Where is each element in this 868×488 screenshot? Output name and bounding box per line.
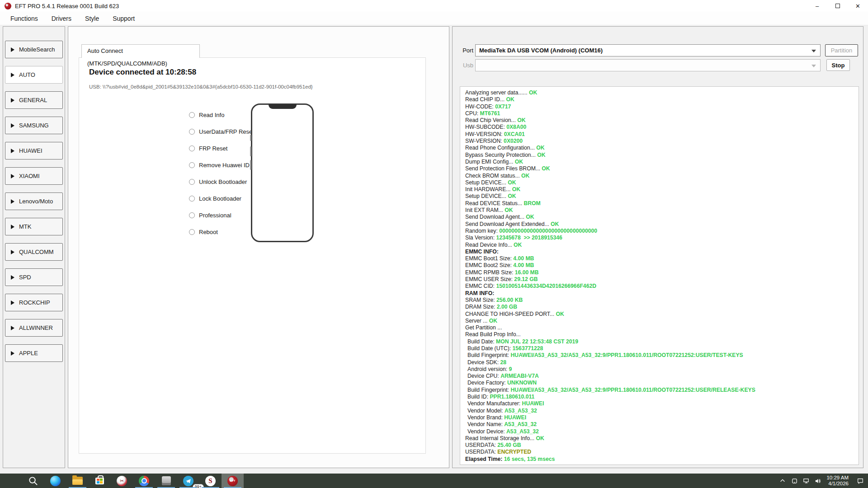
usb-device-path: USB: \\?\usb#vid_0e8d&pid_2001#5&39132e1… — [89, 84, 313, 89]
log-line: Random key: 0000000000000000000000000000… — [465, 228, 855, 235]
taskbar-search[interactable] — [22, 474, 44, 488]
log-line: Build ID: PPR1.180610.011 — [465, 394, 855, 400]
tray-volume-icon[interactable] — [812, 474, 824, 488]
sidebar-item-apple[interactable]: APPLE — [5, 344, 63, 362]
tray-device-icon[interactable] — [788, 474, 800, 488]
log-line: Send Protection Files BROM... OK — [465, 165, 855, 172]
port-label: Port — [458, 44, 473, 56]
maximize-button[interactable] — [827, 0, 848, 12]
usb-combobox[interactable] — [475, 59, 821, 71]
option-frp-reset[interactable]: FRP Reset — [189, 140, 254, 157]
hidden-icons-chevron[interactable] — [777, 474, 788, 488]
expand-arrow-icon — [11, 199, 14, 204]
start-button[interactable] — [0, 474, 22, 488]
action-center-button[interactable] — [853, 474, 868, 488]
port-value: MediaTek DA USB VCOM (Android) (COM16) — [479, 47, 603, 54]
taskbar-s-tool[interactable]: S — [199, 474, 222, 488]
log-line: Device SDK: 28 — [465, 359, 855, 366]
radio-icon[interactable] — [189, 212, 195, 218]
notification-icon — [857, 477, 864, 484]
radio-icon[interactable] — [189, 179, 195, 185]
close-button[interactable]: ✕ — [848, 0, 868, 12]
chevron-down-icon — [811, 65, 816, 67]
log-line: EMMC INFO: — [465, 249, 855, 255]
tab-auto-connect[interactable]: Auto Connect (MTK/SPD/QUALCOMM/ADB) — [81, 44, 200, 58]
taskbar-telegram[interactable]: 99+ — [177, 474, 199, 488]
log-line: Device CPU: ARMEABI-V7A — [465, 373, 855, 380]
sidebar-item-qualcomm[interactable]: QUALCOMM — [5, 243, 63, 261]
taskbar-file-explorer[interactable] — [66, 474, 89, 488]
device-box-icon — [162, 476, 171, 485]
option-userdata-frp-reset[interactable]: UserData/FRP Reset — [189, 123, 254, 140]
expand-arrow-icon — [11, 73, 14, 77]
sidebar-item-label: XIAOMI — [19, 173, 40, 179]
log-line: Read Phone Configuration... OK — [465, 145, 855, 151]
log-line: Dump EMI Config... OK — [465, 159, 855, 165]
taskbar-red-utility[interactable]: ✂ — [111, 474, 133, 488]
radio-icon[interactable] — [189, 229, 195, 235]
log-line: Android version: 9 — [465, 366, 855, 373]
taskbar-microsoft-store[interactable] — [89, 474, 111, 488]
tray-network-icon[interactable] — [800, 474, 812, 488]
menu-drivers[interactable]: Drivers — [45, 12, 78, 25]
sidebar-item-general[interactable]: GENERAL — [5, 91, 63, 109]
menu-functions[interactable]: Functions — [4, 12, 45, 25]
sidebar-item-xiaomi[interactable]: XIAOMI — [5, 167, 63, 185]
radio-icon[interactable] — [189, 129, 195, 135]
log-line: Get Partition ... — [465, 324, 855, 331]
radio-icon[interactable] — [189, 145, 195, 151]
sidebar-item-spd[interactable]: SPD — [5, 268, 63, 286]
search-icon — [28, 476, 38, 486]
expand-arrow-icon — [11, 47, 14, 52]
chrome-icon — [139, 476, 149, 486]
port-combobox[interactable]: MediaTek DA USB VCOM (Android) (COM16) — [475, 44, 821, 56]
option-label: UserData/FRP Reset — [199, 128, 254, 135]
sidebar-item-label: ALLWINNER — [19, 324, 53, 331]
sidebar-item-label: HUAWEI — [19, 147, 42, 154]
radio-icon[interactable] — [189, 112, 195, 118]
app-icon — [5, 3, 11, 9]
expand-arrow-icon — [11, 174, 14, 178]
operation-log: Analyzing server data...... OKRead CHIP … — [460, 86, 859, 465]
option-unlock-bootloader[interactable]: Unlock Bootloader — [189, 174, 254, 190]
option-label: Unlock Bootloader — [199, 178, 247, 185]
eft-pro-icon: EFT — [227, 476, 238, 486]
taskbar-chrome[interactable] — [133, 474, 155, 488]
sidebar-item-huawei[interactable]: HUAWEI — [5, 142, 63, 160]
option-label: FRP Reset — [199, 145, 227, 152]
taskbar-eft-pro[interactable]: EFT — [222, 474, 244, 488]
radio-icon[interactable] — [189, 162, 195, 168]
menu-support[interactable]: Support — [106, 12, 142, 25]
minimize-button[interactable]: – — [807, 0, 827, 12]
app-content: MobileSearchAUTOGENERALSAMSUNGHUAWEIXIAO… — [0, 25, 868, 474]
sidebar-item-samsung[interactable]: SAMSUNG — [5, 117, 63, 134]
menubar: FunctionsDriversStyleSupport — [0, 12, 868, 25]
clock-date: 4/1/2026 — [826, 481, 849, 487]
option-professional[interactable]: Professional — [189, 207, 254, 224]
option-remove-huawei-id[interactable]: Remove Huawei ID — [189, 157, 254, 174]
red-utility-icon: ✂ — [117, 476, 127, 486]
radio-icon[interactable] — [189, 196, 195, 202]
log-line: Init EXT RAM... OK — [465, 207, 855, 214]
taskbar-clock[interactable]: 10:29 AM 4/1/2026 — [826, 475, 849, 487]
option-lock-bootloader[interactable]: Lock Bootloader — [189, 190, 254, 207]
option-reboot[interactable]: Reboot — [189, 224, 254, 240]
taskbar-device-tool[interactable] — [155, 474, 177, 488]
menu-style[interactable]: Style — [78, 12, 106, 25]
taskbar-edge[interactable] — [44, 474, 66, 488]
sidebar-item-auto[interactable]: AUTO — [5, 66, 63, 84]
sidebar-item-mtk[interactable]: MTK — [5, 218, 63, 235]
partition-button[interactable]: Partition — [825, 44, 858, 56]
sidebar-item-lenovo-moto[interactable]: Lenovo/Moto — [5, 192, 63, 210]
option-read-info[interactable]: Read Info — [189, 107, 254, 123]
connection-panel: Port MediaTek DA USB VCOM (Android) (COM… — [452, 26, 863, 468]
sidebar-item-allwinner[interactable]: ALLWINNER — [5, 319, 63, 337]
sidebar-item-label: SPD — [19, 274, 31, 281]
file-explorer-icon — [72, 477, 83, 485]
log-line: Build Date: MON JUL 22 12:53:48 CST 2019 — [465, 338, 855, 345]
option-label: Remove Huawei ID — [199, 162, 250, 169]
sidebar-item-mobilesearch[interactable]: MobileSearch — [5, 41, 63, 58]
sidebar-item-rockchip[interactable]: ROCKCHIP — [5, 294, 63, 311]
stop-button[interactable]: Stop — [826, 59, 850, 71]
ethernet-icon — [803, 478, 810, 484]
